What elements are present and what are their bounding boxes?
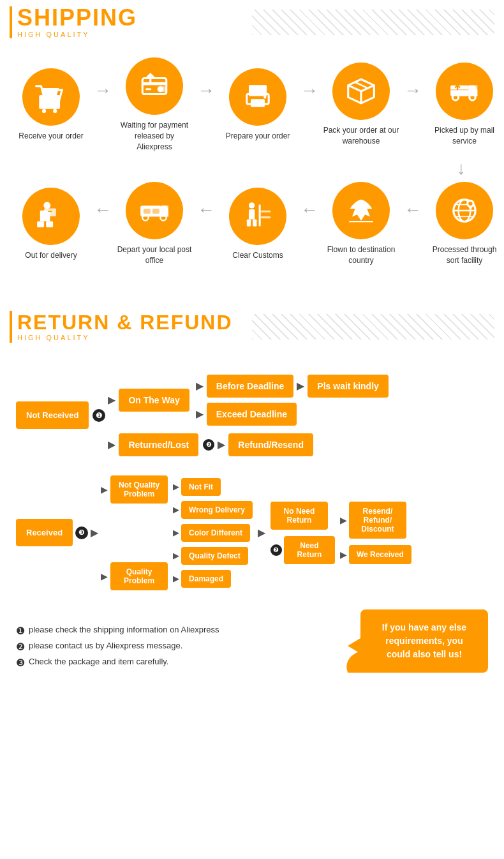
on-the-way-subbranches: ▶ Before Deadline ▶ Pls wait kindly ▶ Ex… <box>196 375 389 426</box>
rr-header-bar <box>10 311 12 343</box>
note-badge-3: ❸ <box>16 657 25 669</box>
svg-point-51 <box>468 202 472 205</box>
svg-rect-42 <box>261 210 271 212</box>
rrd-arrow: ▶ <box>340 515 347 525</box>
step-label-7: Depart your local post office <box>116 244 193 266</box>
arrow-3: → <box>300 80 318 101</box>
return-refund-section: Not Received ❶ ▶ On The Way ▶ Before Dea… <box>0 349 504 692</box>
nr-arrow-2: ▶ <box>108 438 115 451</box>
box-icon <box>345 75 377 107</box>
notes-bubble-row: ❶ please check the shipping information … <box>10 609 494 673</box>
svg-point-2 <box>42 109 46 113</box>
svg-point-22 <box>452 94 458 100</box>
svg-rect-9 <box>142 82 167 86</box>
exceed-deadline-branch: ▶ Exceed Deadline <box>196 403 389 426</box>
we-received-box: We Received <box>349 545 411 564</box>
print-icon <box>242 81 274 113</box>
step-depart: Depart your local post office <box>113 182 196 266</box>
quality-branches: ▶ Not QualityProblem ▶ QualityProblem <box>101 475 168 590</box>
header-pattern <box>252 10 494 35</box>
color-diff-row: ▶ Color Different <box>173 524 253 542</box>
rr-subtitle: HIGH QUALITY <box>17 334 233 341</box>
badge-2-a: ❷ <box>203 439 214 451</box>
nr-badge-row: ❶ <box>93 409 105 422</box>
step-pack: Pack your order at our warehouse <box>320 63 403 147</box>
step-circle-8 <box>229 188 286 245</box>
svg-point-3 <box>53 109 57 113</box>
resend-row: ▶ Resend/Refund/Discount <box>340 502 411 539</box>
shipping-title: SHIPPING <box>17 6 137 29</box>
items-to-outcomes-arrow: ▶ <box>258 527 265 539</box>
arrow-6: ← <box>197 200 215 220</box>
notes-list: ❶ please check the shipping information … <box>16 625 348 673</box>
not-received-box: Not Received <box>16 401 89 429</box>
step-circle-1 <box>22 68 80 126</box>
svg-point-4 <box>48 103 51 107</box>
svg-point-23 <box>470 94 475 100</box>
quality-box: QualityProblem <box>110 562 168 590</box>
step-pickup: Picked up by mail service <box>423 63 504 147</box>
received-tree: Received ❸ ▶ ▶ Not QualityProblem ▶ Qual… <box>16 475 488 590</box>
no-need-return-box: No Need Return <box>271 502 328 530</box>
return-refund-header: RETURN & REFUND HIGH QUALITY <box>0 304 504 349</box>
not-received-tree: Not Received ❶ ▶ On The Way ▶ Before Dea… <box>16 375 488 456</box>
step-label-4: Pack your order at our warehouse <box>323 125 399 147</box>
step-circle-6 <box>22 188 80 245</box>
refund-resend-box: Refund/Resend <box>228 433 313 456</box>
on-the-way-branch: ▶ On The Way ▶ Before Deadline ▶ Pls wai… <box>108 375 388 426</box>
svg-rect-16 <box>263 96 266 98</box>
shipping-steps: Receive your order → Waiting for payment… <box>0 45 504 292</box>
arrow-5: ← <box>94 200 112 220</box>
step-customs: Clear Customs <box>216 188 299 261</box>
step-circle-10 <box>436 182 493 239</box>
svg-point-37 <box>249 202 255 208</box>
svg-rect-39 <box>247 219 251 226</box>
step-prepare: Prepare your order <box>216 68 299 142</box>
customs-icon <box>242 200 274 232</box>
note-badge-2: ❷ <box>16 641 25 653</box>
step-delivery: Out for delivery <box>10 188 93 261</box>
svg-rect-24 <box>450 89 468 91</box>
shipping-subtitle: HIGH QUALITY <box>17 31 137 38</box>
svg-point-12 <box>160 86 166 92</box>
quality-defect-box: Quality Defect <box>181 547 248 565</box>
cd-arrow: ▶ <box>173 528 179 537</box>
step-label-6: Out for delivery <box>25 250 77 261</box>
rr-header-pattern <box>252 314 494 340</box>
svg-point-7 <box>50 98 54 101</box>
step-label-2: Waiting for payment released by Aliexpre… <box>116 120 193 152</box>
speech-bubble: If you have any else requirements, you c… <box>360 609 488 673</box>
we-received-row: ▶ We Received <box>340 545 411 564</box>
shipping-header: SHIPPING HIGH QUALITY <box>0 0 504 45</box>
rr-header-left: RETURN & REFUND HIGH QUALITY <box>17 312 233 341</box>
svg-rect-15 <box>251 99 265 107</box>
before-deadline-branch: ▶ Before Deadline ▶ Pls wait kindly <box>196 375 389 398</box>
truck-icon <box>448 75 480 107</box>
damaged-box: Damaged <box>181 570 231 588</box>
plane-icon <box>345 195 377 227</box>
before-deadline-box: Before Deadline <box>207 375 294 398</box>
rr-title: RETURN & REFUND <box>17 312 233 332</box>
step-payment: Waiting for payment released by Aliexpre… <box>113 57 196 152</box>
svg-rect-10 <box>145 88 151 90</box>
note-1: ❶ please check the shipping information … <box>16 625 348 637</box>
header-left: SHIPPING HIGH QUALITY <box>17 6 137 38</box>
wrong-delivery-row: ▶ Wrong Delivery <box>173 501 253 519</box>
sort-icon <box>448 195 480 227</box>
badge-3: ❸ <box>75 527 88 539</box>
arrow-7: ← <box>300 200 318 220</box>
badge-2-b: ❷ <box>271 544 282 556</box>
before-arrow2: ▶ <box>297 380 304 392</box>
header-accent-bar <box>10 6 12 38</box>
step-flown: Flown to destination country <box>320 182 403 266</box>
cart-icon <box>35 81 67 113</box>
damaged-row: ▶ Damaged <box>173 570 253 588</box>
step-circle-2 <box>126 57 183 115</box>
step-receive: Receive your order <box>10 68 93 142</box>
step-row-1: Receive your order → Waiting for payment… <box>10 57 494 152</box>
final-results: ▶ Resend/Refund/Discount ▶ We Received <box>340 502 411 564</box>
wr-arrow: ▶ <box>340 549 347 560</box>
step-label-8: Clear Customs <box>232 250 283 261</box>
svg-rect-35 <box>144 209 151 214</box>
nf-arrow: ▶ <box>173 482 179 491</box>
